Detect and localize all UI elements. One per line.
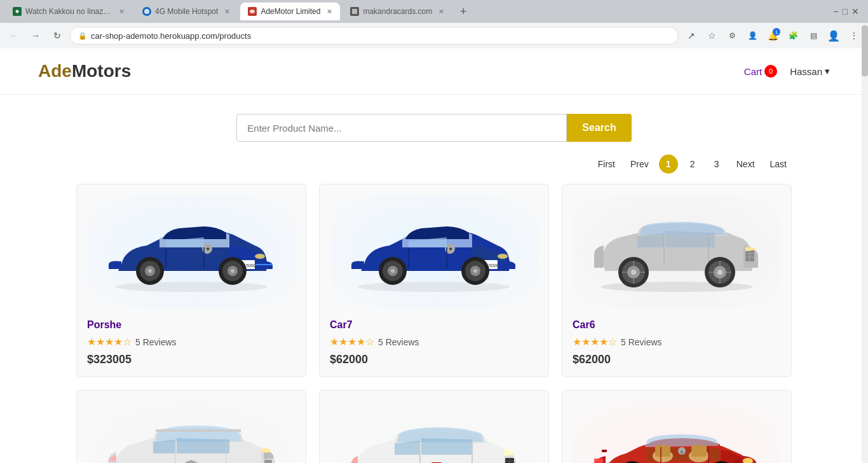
- minimize-button[interactable]: −: [833, 6, 838, 17]
- product-image-4: [87, 401, 295, 463]
- product-reviews-3: ★★★★☆ 5 Reviews: [573, 336, 781, 348]
- pagination-page-2[interactable]: 2: [683, 155, 702, 174]
- svg-point-3: [115, 282, 268, 292]
- new-tab-button[interactable]: +: [454, 3, 472, 20]
- svg-rect-53: [264, 460, 272, 463]
- product-reviews-2: ★★★★☆ 5 Reviews: [330, 336, 538, 348]
- logo-ade: Ade: [38, 61, 72, 81]
- pagination-next[interactable]: Next: [731, 156, 760, 172]
- product-name-1: Porshe: [87, 319, 295, 331]
- extensions-icon[interactable]: ⚙: [723, 27, 741, 45]
- share-icon[interactable]: ↗: [682, 27, 700, 45]
- product-image-3: [573, 195, 781, 309]
- product-review-count-1: 5 Reviews: [135, 337, 177, 347]
- page-content: AdeMotors Cart 0 Hassan ▾ Search First P…: [0, 48, 868, 463]
- svg-rect-100: [594, 459, 603, 463]
- svg-text:✦: ✦: [448, 245, 453, 252]
- product-stars-1: ★★★★☆: [87, 336, 132, 348]
- product-price-1: $323005: [87, 353, 295, 366]
- bookmark-icon[interactable]: ☆: [703, 27, 721, 45]
- pagination-last[interactable]: Last: [765, 156, 792, 172]
- pagination: First Prev 1 2 3 Next Last: [0, 155, 868, 184]
- svg-point-13: [231, 269, 234, 273]
- tab-close-1[interactable]: ✕: [119, 8, 125, 16]
- search-section: Search: [0, 95, 868, 155]
- profile-icon[interactable]: 👤: [825, 27, 843, 45]
- svg-point-39: [631, 270, 636, 275]
- tab-close-2[interactable]: ✕: [224, 8, 230, 16]
- svg-rect-98: [602, 450, 607, 452]
- svg-text:⊕: ⊕: [680, 450, 684, 454]
- product-review-count-2: 5 Reviews: [378, 337, 419, 347]
- tab-label-1: Watch Kakkou no Iinazuke Episo...: [25, 7, 112, 16]
- tab-label-3: AdeMotor Limited: [261, 7, 320, 16]
- cart-count-badge: 0: [764, 65, 777, 78]
- product-name-3: Car6: [573, 319, 781, 331]
- browser-window: Watch Kakkou no Iinazuke Episo... ✕ 4G M…: [0, 0, 868, 48]
- sidebar-icon[interactable]: ▤: [804, 27, 822, 45]
- product-name-2: Car7: [330, 319, 538, 331]
- svg-point-0: [144, 9, 149, 14]
- account-icon[interactable]: 👤: [743, 27, 761, 45]
- svg-point-28: [498, 254, 508, 259]
- tab-close-3[interactable]: ✕: [327, 8, 332, 16]
- site-header: AdeMotors Cart 0 Hassan ▾: [0, 48, 868, 95]
- menu-icon[interactable]: ⋮: [845, 27, 863, 45]
- products-grid: S·MB 5006 ✦: [0, 184, 868, 463]
- scrollbar[interactable]: [862, 23, 868, 463]
- svg-point-9: [148, 269, 152, 273]
- address-bar[interactable]: 🔒 car-shop-ademoto.herokuapp.com/product…: [70, 27, 679, 45]
- product-card-5[interactable]: MG: [319, 390, 549, 463]
- product-card-3[interactable]: Car6 ★★★★☆ 5 Reviews $62000: [562, 184, 792, 377]
- lock-icon: 🔒: [78, 32, 87, 40]
- cart-label: Cart: [744, 66, 762, 77]
- maximize-button[interactable]: □: [843, 6, 848, 17]
- product-image-5: MG: [330, 401, 538, 463]
- site-logo[interactable]: AdeMotors: [38, 61, 131, 81]
- browser-tab-3[interactable]: AdeMotor Limited ✕: [240, 3, 340, 20]
- pagination-page-3[interactable]: 3: [707, 155, 726, 174]
- product-review-count-3: 5 Reviews: [621, 337, 662, 347]
- product-price-2: $62000: [330, 353, 538, 366]
- cart-button[interactable]: Cart 0: [744, 65, 777, 78]
- user-chevron-icon: ▾: [825, 66, 830, 77]
- browser-tab-1[interactable]: Watch Kakkou no Iinazuke Episo... ✕: [5, 3, 132, 20]
- product-card-1[interactable]: S·MB 5006 ✦: [76, 184, 306, 377]
- product-reviews-1: ★★★★☆ 5 Reviews: [87, 336, 295, 348]
- svg-rect-96: [655, 445, 670, 457]
- back-button[interactable]: ←: [5, 27, 23, 45]
- url-text: car-shop-ademoto.herokuapp.com/products: [91, 31, 670, 41]
- notification-icon[interactable]: 🔔 1: [764, 27, 782, 45]
- svg-rect-97: [691, 445, 707, 457]
- browser-tabs: Watch Kakkou no Iinazuke Episo... ✕ 4G M…: [0, 0, 868, 23]
- svg-point-1: [250, 10, 255, 13]
- pagination-page-1[interactable]: 1: [659, 155, 678, 174]
- browser-toolbar: ← → ↻ 🔒 car-shop-ademoto.herokuapp.com/p…: [0, 23, 868, 48]
- user-name: Hassan: [790, 66, 822, 77]
- refresh-button[interactable]: ↻: [48, 27, 66, 45]
- notification-badge: 1: [773, 28, 780, 36]
- svg-point-47: [717, 270, 722, 275]
- pagination-prev[interactable]: Prev: [625, 156, 654, 172]
- logo-motors: Motors: [72, 61, 131, 81]
- scrollbar-thumb[interactable]: [862, 25, 868, 76]
- pagination-first[interactable]: First: [593, 156, 620, 172]
- header-right: Cart 0 Hassan ▾: [744, 65, 830, 78]
- browser-tab-2[interactable]: 4G Mobile Hotspot ✕: [135, 3, 238, 20]
- browser-tab-4[interactable]: makandracards.com ✕: [342, 3, 452, 20]
- tab-label-4: makandracards.com: [363, 7, 432, 16]
- puzzle-icon[interactable]: 🧩: [784, 27, 802, 45]
- svg-point-23: [391, 269, 395, 273]
- product-card-4[interactable]: Car5 ★★★★☆ 5 Reviews $62000: [76, 390, 306, 463]
- svg-text:✦: ✦: [205, 245, 210, 252]
- user-menu-button[interactable]: Hassan ▾: [790, 66, 830, 77]
- tab-close-4[interactable]: ✕: [438, 8, 444, 16]
- search-button[interactable]: Search: [567, 114, 631, 142]
- close-window-button[interactable]: ✕: [851, 6, 859, 17]
- product-price-3: $62000: [573, 353, 781, 366]
- forward-button[interactable]: →: [27, 27, 44, 45]
- product-card-2[interactable]: S·MB 5006 ✦ Car7: [319, 184, 549, 377]
- search-input[interactable]: [236, 114, 567, 142]
- product-card-6[interactable]: ⊕: [562, 390, 792, 463]
- tab-label-2: 4G Mobile Hotspot: [155, 7, 218, 16]
